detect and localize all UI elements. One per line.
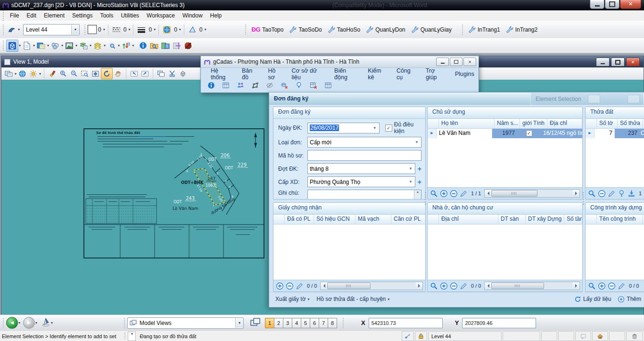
view-group-combo[interactable]: Model Views ▾ xyxy=(127,317,244,329)
col-so-hieu-gcn[interactable]: Số hiệu GCN xyxy=(314,215,355,224)
toolbar-grip[interactable] xyxy=(123,318,125,328)
forward-button[interactable]: ► xyxy=(23,317,35,329)
remove-row-icon[interactable] xyxy=(450,282,458,290)
dropdown-caret-icon[interactable]: ▾ xyxy=(19,43,21,48)
display-style-icon[interactable] xyxy=(17,68,28,79)
dropdown-caret-icon[interactable]: ▾ xyxy=(35,321,37,325)
window-area-icon[interactable] xyxy=(79,68,90,79)
dropdown-caret-icon[interactable]: ▾ xyxy=(51,321,53,325)
edit-row-icon[interactable] xyxy=(296,282,304,290)
col-so-tang[interactable]: Số tầng xyxy=(564,215,582,224)
col-da-co-pl[interactable]: Đã có PL xyxy=(285,215,314,224)
du-dieu-kien-checkbox[interactable]: ✓ xyxy=(385,125,392,132)
gcadas-menu-hethong[interactable]: Hệ thống xyxy=(206,66,238,82)
gcadas-minimize-button[interactable] xyxy=(436,58,449,66)
loai-don-field[interactable]: Cấp mới ▼ xyxy=(307,137,421,148)
horizontal-scrollbar[interactable] xyxy=(484,282,580,290)
view-toggle-2[interactable]: 2 xyxy=(274,318,283,328)
active-color-swatch[interactable] xyxy=(88,25,97,34)
remove-row-icon[interactable] xyxy=(608,282,616,290)
rotate-view-icon[interactable] xyxy=(101,68,113,79)
open-views-dialog-icon[interactable] xyxy=(250,318,261,328)
add-row-icon[interactable] xyxy=(440,190,448,198)
menu-help[interactable]: Help xyxy=(206,11,226,20)
element-class-icon[interactable] xyxy=(161,24,173,35)
locate-icon[interactable] xyxy=(295,82,303,89)
transparency-icon[interactable] xyxy=(187,24,198,35)
active-level-combo[interactable]: Level 44 ▾ xyxy=(23,24,80,35)
chu-su-dung-row[interactable]: ▸ Lê Văn Nam 1977 ✓ 16/12/45 ngõ tình y xyxy=(428,129,582,138)
accudraw-compass-icon[interactable] xyxy=(41,317,50,328)
clip-mask-icon[interactable] xyxy=(177,68,188,79)
dropdown-caret-icon[interactable]: ▾ xyxy=(18,27,20,32)
col-ma-vach[interactable]: Mã vạch xyxy=(355,215,391,224)
adjust-brightness-icon[interactable] xyxy=(28,68,39,79)
dropdown-caret-icon[interactable]: ▾ xyxy=(128,27,130,32)
raster-manager-icon[interactable] xyxy=(64,40,75,51)
cell-ho-ten[interactable]: Lê Văn Nam xyxy=(437,129,492,138)
scroll-left-button[interactable] xyxy=(485,190,491,197)
dropdown-caret-icon[interactable]: ▾ xyxy=(235,318,243,328)
accudraw-icon[interactable] xyxy=(171,40,182,51)
active-element-template-icon[interactable] xyxy=(6,24,17,35)
statusbar-grip[interactable] xyxy=(124,333,126,340)
design-history-status-cell[interactable] xyxy=(592,331,608,341)
toolbar-grip[interactable] xyxy=(245,25,247,35)
view-toggle-8[interactable]: 8 xyxy=(328,318,337,328)
search-icon[interactable] xyxy=(430,190,438,198)
restore-button[interactable] xyxy=(605,0,619,9)
edit-row-icon[interactable] xyxy=(608,190,616,198)
intrang2-button[interactable]: InTrang2 xyxy=(503,25,541,34)
saved-views-icon[interactable] xyxy=(78,40,89,51)
dropdown-caret-icon[interactable]: ▾ xyxy=(103,27,105,32)
ho-so-thua-dat-button[interactable]: Hồ sơ thửa đất - cấp huyện ▾ xyxy=(314,294,394,304)
add-dot-dk-icon[interactable]: + xyxy=(418,165,421,173)
dropdown-caret-icon[interactable]: ▾ xyxy=(33,43,35,48)
them-button[interactable]: Thêm xyxy=(614,294,644,304)
remove-layers-icon[interactable] xyxy=(281,82,288,89)
dot-dk-field[interactable]: tháng 8 ▼ xyxy=(307,163,415,174)
col-dia-chi[interactable]: Địa chỉ xyxy=(439,215,498,224)
view-toggle-3[interactable]: 3 xyxy=(283,318,292,328)
hide-elements-icon[interactable] xyxy=(266,82,273,89)
level-manager-icon[interactable] xyxy=(92,40,103,51)
view-minimize-button[interactable] xyxy=(596,58,610,67)
dropdown-caret-icon[interactable]: ▾ xyxy=(104,43,106,48)
cell-nam-sinh[interactable]: 1977 xyxy=(492,129,517,138)
view-toggle-4[interactable]: 4 xyxy=(292,318,301,328)
gcadas-menu-hoso[interactable]: Hồ sơ xyxy=(264,66,287,82)
ghi-chu-scrollbar[interactable]: ▲▼ xyxy=(414,190,421,200)
ghi-chu-field[interactable]: ▲▼ xyxy=(307,190,421,200)
menu-element[interactable]: Element xyxy=(40,11,68,20)
new-file-icon[interactable] xyxy=(21,40,33,51)
gcadas-close-button[interactable]: ✕ xyxy=(463,58,476,66)
dropdown-caret-icon[interactable]: ▾ xyxy=(71,25,79,34)
cell-so-to[interactable]: 7 xyxy=(594,129,615,138)
xuat-giay-to-button[interactable]: Xuất giấy tờ ▾ xyxy=(272,294,314,304)
col-nam-sinh[interactable]: Năm s... xyxy=(495,119,520,128)
intrang1-button[interactable]: InTrang1 xyxy=(465,25,503,34)
dropdown-caret-icon[interactable]: ▾ xyxy=(15,72,17,76)
scrollbar-thumb[interactable] xyxy=(491,190,537,197)
dropdown-caret-icon[interactable]: ▾ xyxy=(205,27,206,32)
panel-splitter[interactable] xyxy=(582,107,585,291)
toolbar-grip[interactable] xyxy=(2,41,4,51)
dropdown-caret-icon[interactable]: ▾ xyxy=(132,43,134,48)
status-cell-empty[interactable] xyxy=(541,331,557,341)
locks-status-cell[interactable] xyxy=(415,331,427,341)
locate-parcel-icon[interactable] xyxy=(618,190,626,198)
view-next-icon[interactable] xyxy=(140,68,150,79)
dropdown-caret-icon[interactable]: ▼ xyxy=(406,166,415,171)
gcadas-restore-button[interactable] xyxy=(450,58,462,66)
gcadas-menu-biendong[interactable]: Biến động xyxy=(330,66,363,82)
panel-splitter[interactable] xyxy=(424,107,427,291)
line-weight-icon[interactable] xyxy=(136,24,147,35)
view-toggle-6[interactable]: 6 xyxy=(310,318,319,328)
info-icon[interactable] xyxy=(137,40,149,51)
scrollbar-thumb[interactable] xyxy=(327,283,371,289)
scroll-right-button[interactable] xyxy=(573,283,579,289)
gcadas-menu-kiemke[interactable]: Kiểm kê xyxy=(363,66,392,82)
toolbar-grip[interactable] xyxy=(83,25,86,35)
remove-row-icon[interactable] xyxy=(598,190,606,198)
status-cell-empty[interactable] xyxy=(503,331,540,341)
